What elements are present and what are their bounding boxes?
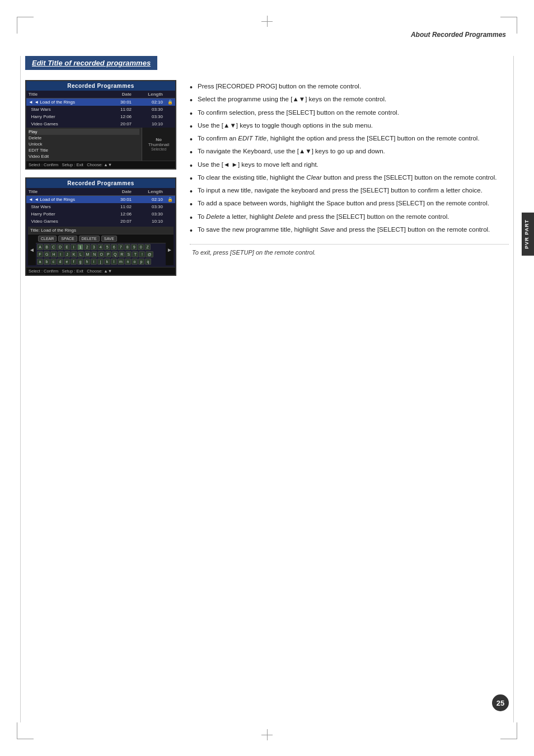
col-length: Length: [134, 91, 165, 98]
instruction-item: Use the [◄ ►] keys to move left and righ…: [190, 158, 509, 171]
keyboard-key[interactable]: 2: [84, 244, 90, 250]
ui-screen2-table: Title Date Length ◄ Load of the Rings 30…: [26, 188, 175, 225]
left-column: Recorded Programmes Title Date Length ◄ …: [25, 80, 176, 276]
keyboard-key[interactable]: R: [119, 251, 125, 257]
keyboard-key[interactable]: Z: [144, 244, 151, 250]
keyboard-key[interactable]: h: [84, 259, 90, 265]
keyboard-key[interactable]: i: [91, 259, 97, 265]
keyboard-function-button[interactable]: SAVE: [101, 236, 117, 242]
cell-title: Star Wars: [26, 106, 109, 113]
cell-title: ◄ Load of the Rings: [26, 196, 109, 204]
keyboard-key[interactable]: f: [71, 259, 77, 265]
col-length-2: Length: [134, 188, 165, 196]
submenu-item[interactable]: EDIT Title: [29, 147, 139, 153]
keyboard-key[interactable]: I: [58, 251, 64, 257]
keyboard-key[interactable]: c: [50, 259, 57, 265]
keyboard-key[interactable]: L: [78, 251, 84, 257]
keyboard-key[interactable]: B: [44, 244, 50, 250]
col-title-2: Title: [26, 188, 109, 196]
col-title: Title: [26, 91, 109, 98]
keyboard-key[interactable]: P: [105, 251, 111, 257]
page-number: 25: [492, 694, 509, 711]
keyboard-key[interactable]: 6: [111, 244, 117, 250]
keyboard-key[interactable]: D: [57, 244, 63, 250]
submenu-item[interactable]: Play: [29, 129, 139, 135]
cell-date: 30:01: [109, 98, 134, 106]
keyboard-key[interactable]: e: [64, 259, 70, 265]
submenu-item[interactable]: Delete: [29, 135, 139, 141]
ui-screen2-title: Recorded Programmes: [26, 179, 175, 188]
ui-screen1-title: Recorded Programmes: [26, 81, 175, 91]
ui-screen-2: Recorded Programmes Title Date Length ◄ …: [25, 177, 176, 276]
keyboard-key[interactable]: K: [71, 251, 77, 257]
keyboard-key[interactable]: @: [146, 251, 153, 257]
cell-title: Video Games: [26, 120, 109, 128]
center-cross-top: [261, 16, 273, 27]
keyboard-area: Title: Load of the Rings ◄ CLEARSPACEDEL…: [26, 225, 175, 267]
keyboard-key[interactable]: F: [37, 251, 43, 257]
keyboard-key[interactable]: b: [44, 259, 50, 265]
keyboard-key[interactable]: k: [104, 259, 110, 265]
keyboard-key[interactable]: 5: [104, 244, 110, 250]
keyboard-key[interactable]: G: [44, 251, 50, 257]
corner-mark-tl: [17, 17, 34, 34]
keyboard-key[interactable]: g: [77, 259, 83, 265]
cell-length: 10:10: [134, 218, 165, 225]
cell-title: ◄ Load of the Rings: [26, 98, 109, 106]
keyboard-key[interactable]: S: [125, 251, 132, 257]
keyboard-key[interactable]: m: [118, 259, 124, 265]
keyboard-function-button[interactable]: CLEAR: [38, 236, 57, 242]
keyboard-key[interactable]: E: [64, 244, 70, 250]
keyboard-key[interactable]: p: [138, 259, 144, 265]
keyboard-key[interactable]: o: [132, 259, 138, 265]
keyboard-key[interactable]: I: [71, 244, 77, 250]
keyboard-function-buttons: CLEARSPACEDELETESAVE: [36, 234, 166, 243]
keyboard-key[interactable]: O: [98, 251, 104, 257]
keyboard-key[interactable]: !: [139, 251, 145, 257]
instruction-item: To add a space between words, highlight …: [190, 197, 509, 210]
keyboard-key[interactable]: 7: [118, 244, 124, 250]
keyboard-function-button[interactable]: SPACE: [58, 236, 77, 242]
keyboard-key[interactable]: 0: [138, 244, 144, 250]
table-header-row: Title Date Length: [26, 91, 175, 98]
keyboard-key[interactable]: 3: [91, 244, 97, 250]
keyboard-key[interactable]: j: [97, 259, 104, 265]
keyboard-key[interactable]: a: [37, 259, 43, 265]
instruction-item: Press [RECORDED PROG] button on the remo…: [190, 80, 509, 93]
cell-icon: [165, 203, 175, 210]
instruction-item: To clear the existing title, highlight t…: [190, 171, 509, 184]
keyboard-key[interactable]: n: [125, 259, 131, 265]
keyboard-function-button[interactable]: DELETE: [79, 236, 100, 242]
cell-date: 20:07: [109, 218, 134, 225]
keyboard-key[interactable]: N: [91, 251, 97, 257]
corner-mark-bl: [17, 722, 34, 739]
keyboard-key[interactable]: T: [132, 251, 138, 257]
table-row: ◄ Load of the Rings 30:01 02:10 🔒: [26, 196, 175, 204]
keyboard-key[interactable]: C: [50, 244, 57, 250]
keyboard-key[interactable]: M: [85, 251, 91, 257]
ui-screen-1: Recorded Programmes Title Date Length ◄ …: [25, 80, 176, 170]
keyboard-key[interactable]: 1: [77, 244, 83, 250]
keyboard-key[interactable]: 8: [124, 244, 130, 250]
col-icon-2: [165, 188, 175, 196]
instruction-item: To save the new programme title, highlig…: [190, 223, 509, 236]
cell-icon: 🔒: [165, 196, 175, 204]
keyboard-key[interactable]: 9: [131, 244, 137, 250]
keyboard-key[interactable]: H: [50, 251, 57, 257]
keyboard-key[interactable]: l: [111, 259, 117, 265]
table-header-row-2: Title Date Length: [26, 188, 175, 196]
submenu-item[interactable]: Unlock: [29, 141, 139, 147]
keyboard-key[interactable]: q: [145, 259, 151, 265]
thumbnail-label: Thumbnail: [148, 142, 169, 147]
ui-screen1-submenu: PlayDeleteUnlockEDIT TitleVideo Edit No …: [26, 128, 175, 161]
submenu-item[interactable]: Video Edit: [29, 153, 139, 159]
cell-icon: [165, 113, 175, 120]
cell-title: Video Games: [26, 218, 109, 225]
main-content: Edit Title of recorded programmes Record…: [25, 56, 509, 276]
two-column-layout: Recorded Programmes Title Date Length ◄ …: [25, 80, 509, 276]
keyboard-key[interactable]: J: [64, 251, 71, 257]
keyboard-key[interactable]: Q: [112, 251, 118, 257]
keyboard-key[interactable]: d: [57, 259, 63, 265]
keyboard-key[interactable]: A: [37, 244, 43, 250]
keyboard-key[interactable]: 4: [97, 244, 104, 250]
